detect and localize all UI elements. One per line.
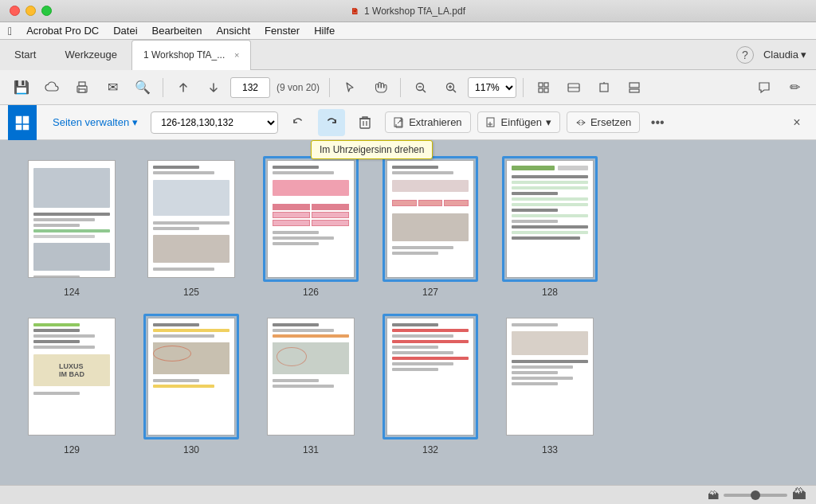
thumb-frame-129: LUXUSIM BAD	[24, 314, 120, 440]
fit-page-button[interactable]	[530, 74, 557, 101]
email-button[interactable]: ✉	[99, 74, 126, 101]
page-number-input[interactable]: 132	[230, 77, 270, 98]
rotate-tooltip: Im Uhrzeigersinn drehen	[311, 140, 433, 159]
hand-tool-button[interactable]	[367, 74, 394, 101]
svg-rect-23	[16, 125, 22, 130]
svg-point-3	[78, 88, 80, 89]
thumb-item-129[interactable]: LUXUSIM BAD 129	[24, 314, 120, 455]
thumb-inner-131	[267, 318, 355, 436]
svg-rect-21	[16, 116, 22, 123]
zoom-thumb	[751, 490, 760, 500]
thumb-item-124[interactable]: 124	[24, 156, 120, 298]
zoom-area: 🏔 🏔	[708, 486, 806, 503]
thumb-frame-127	[382, 156, 478, 282]
zoom-slider[interactable]	[724, 494, 787, 497]
thumb-frame-126	[263, 156, 359, 282]
rotate-cw-button[interactable]	[318, 109, 345, 136]
svg-rect-11	[539, 83, 543, 87]
scroll-mode-button[interactable]	[621, 74, 648, 101]
thumb-frame-131	[263, 314, 359, 440]
thumb-item-131[interactable]: 131	[263, 314, 359, 455]
zoom-select[interactable]: 117% 100% 75% 150%	[468, 77, 516, 98]
thumb-label-132: 132	[422, 444, 438, 455]
cloud-button[interactable]	[38, 74, 65, 101]
menu-hilfe[interactable]: Hilfe	[314, 25, 335, 37]
maximize-button[interactable]	[41, 6, 52, 16]
minimize-button[interactable]	[26, 6, 36, 16]
thumb-inner-130	[147, 318, 235, 436]
pdf-icon: 🗎	[351, 6, 359, 16]
thumb-inner-124	[28, 160, 116, 278]
menu-acrobat[interactable]: Acrobat Pro DC	[26, 25, 99, 37]
thumb-inner-127	[386, 160, 474, 278]
tab-close-button[interactable]: ×	[231, 49, 242, 61]
thumb-item-133[interactable]: 133	[502, 314, 598, 455]
cursor-tool-button[interactable]	[336, 74, 363, 101]
window-title: 🗎 1 Workshop TfA_LA.pdf	[351, 6, 465, 17]
zoom-out-button[interactable]	[407, 74, 434, 101]
menu-fenster[interactable]: Fenster	[265, 25, 300, 37]
svg-rect-20	[630, 89, 639, 92]
svg-rect-12	[544, 83, 548, 87]
apple-menu[interactable]: 	[8, 25, 12, 37]
rotate-view-button[interactable]	[590, 74, 618, 101]
thumb-label-126: 126	[303, 287, 319, 298]
comment-button[interactable]	[751, 74, 778, 101]
save-button[interactable]: 💾	[8, 74, 35, 101]
page-range-select[interactable]: 126-128,130,132	[151, 111, 278, 134]
menu-bearbeiten[interactable]: Bearbeiten	[152, 25, 202, 37]
sign-button[interactable]: ✏	[781, 74, 808, 101]
replace-button[interactable]: Ersetzen	[567, 111, 640, 133]
thumb-label-124: 124	[64, 287, 80, 298]
thumb-label-133: 133	[542, 444, 558, 455]
extract-button[interactable]: Extrahieren	[385, 111, 470, 133]
thumb-item-127[interactable]: 127	[382, 156, 478, 298]
tabbar-right: ? Claudia ▾	[736, 46, 816, 64]
more-options-button[interactable]: •••	[646, 111, 669, 134]
thumb-item-128[interactable]: 128	[502, 156, 598, 298]
svg-rect-2	[79, 89, 85, 92]
thumb-item-132[interactable]: 132	[382, 314, 478, 455]
thumb-frame-132	[382, 314, 478, 440]
search-button[interactable]: 🔍	[129, 74, 156, 101]
thumb-label-125: 125	[183, 287, 199, 298]
pages-panel-icon	[8, 105, 37, 140]
undo-button[interactable]	[284, 109, 312, 136]
thumb-item-126[interactable]: 126	[263, 156, 359, 298]
svg-line-10	[453, 89, 457, 92]
tab-tools[interactable]: Werkzeuge	[50, 40, 131, 70]
svg-rect-26	[360, 119, 370, 128]
close-button[interactable]	[10, 6, 20, 16]
zoom-in-button[interactable]	[437, 74, 465, 101]
pages-manage-button[interactable]: Seiten verwalten ▾	[46, 113, 144, 131]
user-menu-button[interactable]: Claudia ▾	[763, 49, 806, 61]
mountain-small-icon: 🏔	[708, 489, 719, 502]
tab-document[interactable]: 1 Workshop TfA_... ×	[131, 40, 251, 70]
thumb-item-125[interactable]: 125	[143, 156, 239, 298]
svg-rect-29	[394, 118, 402, 127]
menu-datei[interactable]: Datei	[113, 25, 137, 37]
toolbar-separator-4	[523, 78, 524, 97]
close-panel-button[interactable]: ×	[786, 111, 808, 134]
pages-content: 124 125	[0, 140, 816, 485]
svg-rect-1	[79, 82, 85, 86]
thumb-inner-132	[386, 318, 474, 436]
prev-page-button[interactable]	[170, 74, 197, 101]
toolbar-separator	[163, 78, 163, 97]
thumbnail-row-2: LUXUSIM BAD 129	[24, 314, 792, 455]
zoom-slider-container[interactable]	[724, 494, 787, 497]
menu-ansicht[interactable]: Ansicht	[216, 25, 250, 37]
mountain-large-icon: 🏔	[792, 486, 806, 503]
next-page-button[interactable]	[200, 74, 227, 101]
svg-rect-24	[23, 125, 29, 130]
thumb-inner-129: LUXUSIM BAD	[28, 318, 116, 436]
help-button[interactable]: ?	[736, 46, 754, 64]
insert-button[interactable]: Einfügen ▾	[477, 111, 560, 133]
tab-start[interactable]: Start	[0, 40, 50, 70]
title-bar: 🗎 1 Workshop TfA_LA.pdf	[0, 0, 816, 22]
thumb-inner-128	[506, 160, 594, 278]
print-button[interactable]	[69, 74, 96, 101]
thumb-item-130[interactable]: 130	[143, 314, 239, 455]
delete-pages-button[interactable]	[351, 109, 379, 136]
fit-width-button[interactable]	[560, 74, 587, 101]
